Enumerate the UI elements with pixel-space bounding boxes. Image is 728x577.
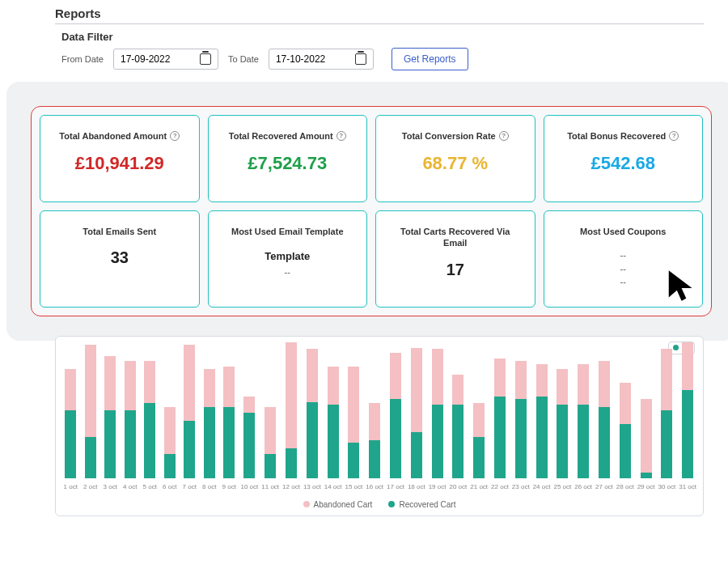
chart-bar[interactable] <box>599 342 610 478</box>
bar-abandoned-segment <box>85 345 96 437</box>
chart-day-column: 17 oct <box>387 342 404 490</box>
chart-bar[interactable] <box>473 342 485 478</box>
x-axis-label: 14 oct <box>324 483 342 490</box>
bar-abandoned-segment <box>65 369 76 409</box>
bar-recovered-segment <box>265 454 276 478</box>
x-axis-label: 7 oct <box>183 483 197 490</box>
chart-bar[interactable] <box>204 342 215 478</box>
chart-bar[interactable] <box>432 342 443 478</box>
chart-bar[interactable] <box>125 342 136 478</box>
from-date-label: From Date <box>61 54 104 64</box>
chart-bar[interactable] <box>494 342 506 478</box>
to-date-value: 17-10-2022 <box>276 53 325 65</box>
bar-recovered-segment <box>452 405 463 478</box>
card-dash: -- <box>620 275 626 289</box>
card-carts-recovered: Total Carts Recovered Via Email 17 <box>375 210 535 308</box>
bar-recovered-segment <box>473 437 485 477</box>
x-axis-label: 10 oct <box>241 483 259 490</box>
chart-bar[interactable] <box>452 342 463 478</box>
filter-row: From Date 17-09-2022 To Date 17-10-2022 … <box>61 48 704 70</box>
x-axis-label: 20 oct <box>449 483 467 490</box>
legend-dot-abandoned-icon <box>303 501 310 507</box>
chart-bar[interactable] <box>369 342 380 478</box>
chart-bar[interactable] <box>184 342 195 478</box>
chart-day-column: 21 oct <box>470 342 488 490</box>
chart-bar[interactable] <box>515 342 527 478</box>
help-icon[interactable]: ? <box>170 131 180 141</box>
bar-recovered-segment <box>411 432 422 478</box>
x-axis-label: 12 oct <box>282 483 300 490</box>
x-axis-label: 9 oct <box>222 483 236 490</box>
help-icon[interactable]: ? <box>336 131 346 141</box>
bar-abandoned-segment <box>286 342 297 448</box>
chart-bar[interactable] <box>243 342 255 478</box>
chart-bar[interactable] <box>286 342 297 478</box>
bar-recovered-segment <box>682 390 693 478</box>
chart-day-column: 20 oct <box>449 342 467 490</box>
bar-abandoned-segment <box>557 369 568 405</box>
to-date-label: To Date <box>228 54 259 64</box>
chart-day-column: 25 oct <box>553 342 571 490</box>
help-icon[interactable]: ? <box>499 131 509 141</box>
bar-recovered-segment <box>599 407 610 477</box>
bar-abandoned-segment <box>125 361 136 409</box>
chart-bar[interactable] <box>620 342 631 478</box>
bar-recovered-segment <box>432 405 443 478</box>
chart-bar[interactable] <box>411 342 422 478</box>
bar-abandoned-segment <box>144 361 155 403</box>
chart-bar[interactable] <box>104 342 116 478</box>
bar-recovered-segment <box>661 410 672 478</box>
chart-bar[interactable] <box>578 342 589 478</box>
x-axis-label: 27 oct <box>595 483 613 490</box>
bar-abandoned-segment <box>432 349 443 405</box>
bar-abandoned-segment <box>223 367 235 407</box>
x-axis-label: 31 oct <box>679 483 696 490</box>
bar-recovered-segment <box>641 473 652 478</box>
card-value: 17 <box>447 261 464 279</box>
bar-recovered-segment <box>144 403 155 477</box>
chart-day-column: 3 oct <box>102 342 119 490</box>
chart-day-column: 26 oct <box>574 342 592 490</box>
bar-abandoned-segment <box>620 383 631 423</box>
chart-bar[interactable] <box>536 342 548 478</box>
chart-day-column: 30 oct <box>658 342 675 490</box>
bar-recovered-segment <box>204 407 215 477</box>
chart-bar[interactable] <box>661 342 672 478</box>
get-reports-button[interactable]: Get Reports <box>392 48 468 70</box>
chart-bar[interactable] <box>144 342 155 478</box>
x-axis-label: 16 oct <box>366 483 383 490</box>
x-axis-label: 11 oct <box>261 483 279 490</box>
chart-bar[interactable] <box>390 342 401 478</box>
chart-day-column: 28 oct <box>616 342 634 490</box>
x-axis-label: 25 oct <box>553 483 571 490</box>
chart-bar[interactable] <box>265 342 276 478</box>
x-axis-label: 5 oct <box>143 483 157 490</box>
from-date-value: 17-09-2022 <box>121 53 170 65</box>
to-date-input[interactable]: 17-10-2022 <box>269 49 374 70</box>
card-value: £542.68 <box>590 153 655 174</box>
bar-recovered-segment <box>536 397 548 478</box>
from-date-input[interactable]: 17-09-2022 <box>113 49 218 70</box>
chart-bar[interactable] <box>65 342 76 478</box>
bar-abandoned-segment <box>328 367 339 405</box>
chart-bar[interactable] <box>85 342 96 478</box>
bar-recovered-segment <box>620 424 631 478</box>
chart-bar[interactable] <box>557 342 568 478</box>
chart-bar[interactable] <box>164 342 176 478</box>
card-emails-sent: Total Emails Sent 33 <box>40 210 200 308</box>
help-icon[interactable]: ? <box>669 131 679 141</box>
chart-bar[interactable] <box>348 342 359 478</box>
x-axis-label: 29 oct <box>637 483 655 490</box>
chart-bar[interactable] <box>307 342 318 478</box>
highlight-border: Total Abandoned Amount ? £10,941.29 Tota… <box>31 106 712 316</box>
bar-abandoned-segment <box>661 349 672 410</box>
chart-bar[interactable] <box>223 342 235 478</box>
card-subtitle: Template <box>265 248 310 265</box>
chart-bar[interactable] <box>328 342 339 478</box>
chart-bar[interactable] <box>641 342 652 478</box>
bar-abandoned-segment <box>307 349 318 402</box>
chart-bar[interactable] <box>682 342 693 478</box>
card-email-template: Most Used Email Template Template -- <box>208 210 368 308</box>
legend-abandoned-label: Abandoned Cart <box>314 500 373 509</box>
cursor-icon <box>664 267 701 304</box>
